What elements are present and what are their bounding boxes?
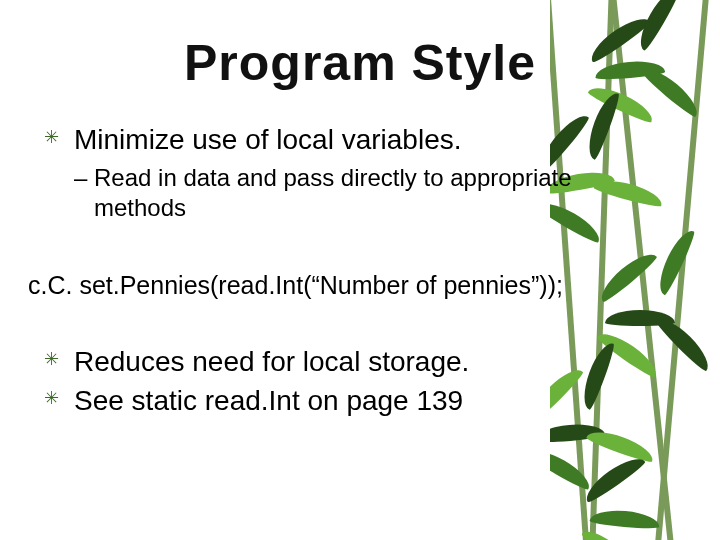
bullet-list-top: Minimize use of local variables. Read in… (0, 122, 720, 223)
bullet-text: See static read.Int on page 139 (74, 385, 463, 416)
code-example: c.C. set.Pennies(read.Int(“Number of pen… (0, 271, 720, 300)
bullet-list-bottom: Reduces need for local storage. See stat… (0, 344, 720, 418)
bullet-text: Minimize use of local variables. (74, 124, 462, 155)
bullet-item: Reduces need for local storage. (44, 344, 580, 379)
sub-bullet-list: Read in data and pass directly to approp… (74, 163, 580, 223)
sub-bullet-item: Read in data and pass directly to approp… (74, 163, 580, 223)
slide-title: Program Style (0, 0, 720, 92)
bullet-item: See static read.Int on page 139 (44, 383, 580, 418)
bullet-text: Reduces need for local storage. (74, 346, 469, 377)
bullet-item: Minimize use of local variables. Read in… (44, 122, 580, 223)
sub-bullet-text: Read in data and pass directly to approp… (94, 164, 572, 221)
slide-content: Program Style Minimize use of local vari… (0, 0, 720, 540)
